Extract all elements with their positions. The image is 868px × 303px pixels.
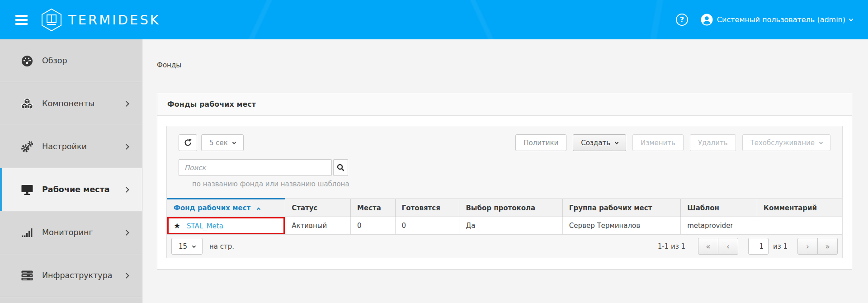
chevron-right-icon (123, 144, 129, 150)
chevron-down-icon (615, 140, 618, 144)
column-header-template[interactable]: Шаблон (681, 199, 757, 217)
main-content: Фонды Фонды рабочих мест 5 сек (142, 39, 868, 303)
preparing-cell: 0 (395, 217, 459, 235)
column-header-fund[interactable]: Фонд рабочих мест (167, 199, 285, 217)
prev-page-icon: ‹ (726, 242, 730, 251)
card-title: Фонды рабочих мест (157, 93, 852, 116)
sidebar-item-workplaces[interactable]: Рабочие места (0, 168, 142, 211)
column-header-protocol[interactable]: Выбор протокола (459, 199, 562, 217)
last-page-icon: » (825, 242, 830, 251)
sidebar-item-label: Инфраструктура (42, 271, 124, 280)
sidebar-item-label: Обзор (42, 56, 128, 65)
page-number-input[interactable] (748, 238, 769, 255)
column-header-group[interactable]: Группа рабочих мест (562, 199, 680, 217)
toolbar: 5 сек Политики Создать Изменить Удалить (167, 126, 842, 156)
app-logo: TERMIDESK (41, 8, 160, 32)
pagination: 15 на стр. 1-1 из 1 « ‹ из 1 (167, 235, 842, 258)
breadcrumb[interactable]: Фонды (157, 61, 181, 69)
comment-cell (757, 217, 842, 235)
monitor-icon (20, 183, 34, 196)
page-of-label: из 1 (773, 242, 788, 251)
sidebar: Обзор Компоненты Настройки (0, 39, 142, 303)
fund-link[interactable]: STAL_Meta (187, 222, 223, 230)
last-page-button[interactable]: » (817, 238, 838, 255)
refresh-button[interactable] (179, 134, 197, 151)
chevron-right-icon (123, 101, 129, 107)
termidesk-hexagon-logo-icon (41, 8, 62, 32)
chevron-down-icon (819, 140, 823, 144)
column-header-comment[interactable]: Комментарий (757, 199, 842, 217)
chevron-right-icon (123, 187, 129, 193)
edit-button[interactable]: Изменить (632, 134, 684, 151)
first-page-button[interactable]: « (698, 238, 718, 255)
chart-bars-icon (20, 226, 34, 239)
user-avatar-icon (701, 14, 713, 26)
table-header-row: Фонд рабочих мест Статус Места Готовятся… (167, 199, 842, 217)
fund-name-cell[interactable]: ★ STAL_Meta (167, 217, 285, 235)
maintenance-button[interactable]: Техобслуживание (742, 134, 831, 151)
range-label: 1-1 из 1 (658, 242, 685, 251)
table-row: ★ STAL_Meta Активный 0 0 Да Сервер Терми… (167, 217, 842, 235)
column-header-preparing[interactable]: Готовятся (395, 199, 459, 217)
delete-button[interactable]: Удалить (690, 134, 736, 151)
user-menu[interactable]: Системный пользователь (admin) (701, 14, 853, 26)
chevron-down-icon (232, 140, 236, 144)
servers-icon (20, 269, 34, 282)
sidebar-item-infrastructure[interactable]: Инфраструктура (0, 254, 142, 297)
page-size-select[interactable]: 15 (171, 238, 203, 255)
first-page-icon: « (706, 242, 710, 251)
sidebar-item-label: Компоненты (42, 99, 124, 108)
chevron-right-icon (123, 230, 129, 236)
refresh-icon (184, 139, 192, 147)
per-page-label: на стр. (209, 242, 234, 251)
chevron-down-icon (849, 17, 854, 21)
sidebar-item-label: Настройки (42, 142, 124, 151)
sidebar-item-settings[interactable]: Настройки (0, 125, 142, 168)
funds-table: Фонд рабочих мест Статус Места Готовятся… (167, 198, 842, 235)
gears-icon (20, 140, 34, 153)
sidebar-item-label: Мониторинг (42, 228, 124, 237)
column-header-status[interactable]: Статус (285, 199, 351, 217)
search-hint: по названию фонда или названию шаблона (167, 176, 842, 198)
help-icon[interactable]: ? (676, 14, 688, 26)
group-cell: Сервер Терминалов (562, 217, 680, 235)
hamburger-menu-icon[interactable] (15, 15, 28, 25)
logo-text: TERMIDESK (68, 12, 160, 28)
search-icon (337, 164, 344, 171)
sidebar-item-components[interactable]: Компоненты (0, 82, 142, 125)
sidebar-item-monitoring[interactable]: Мониторинг (0, 211, 142, 254)
sort-asc-icon (257, 208, 260, 211)
next-page-icon: › (806, 242, 809, 251)
chevron-right-icon (123, 273, 129, 279)
next-page-button[interactable]: › (797, 238, 818, 255)
policies-button[interactable]: Политики (515, 134, 566, 151)
column-header-seats[interactable]: Места (351, 199, 396, 217)
search-button[interactable] (333, 159, 348, 176)
chevron-down-icon (192, 244, 196, 247)
protocol-cell: Да (459, 217, 562, 235)
funds-panel: 5 сек Политики Создать Изменить Удалить (166, 126, 843, 258)
seats-cell: 0 (351, 217, 396, 235)
sidebar-item-overview[interactable]: Обзор (0, 39, 142, 82)
sidebar-item-label: Рабочие места (42, 185, 124, 194)
cubes-icon (20, 97, 34, 110)
refresh-interval-select[interactable]: 5 сек (201, 134, 244, 151)
template-cell: metaprovider (681, 217, 757, 235)
funds-card: Фонды рабочих мест 5 сек (157, 93, 852, 270)
create-button[interactable]: Создать (573, 134, 626, 151)
search-input[interactable] (179, 159, 332, 176)
prev-page-button[interactable]: ‹ (718, 238, 738, 255)
user-name: Системный пользователь (admin) (717, 15, 845, 24)
star-icon: ★ (174, 221, 180, 230)
dashboard-icon (20, 54, 34, 67)
status-cell: Активный (285, 217, 351, 235)
top-header: TERMIDESK ? Системный пользователь (admi… (0, 0, 868, 39)
